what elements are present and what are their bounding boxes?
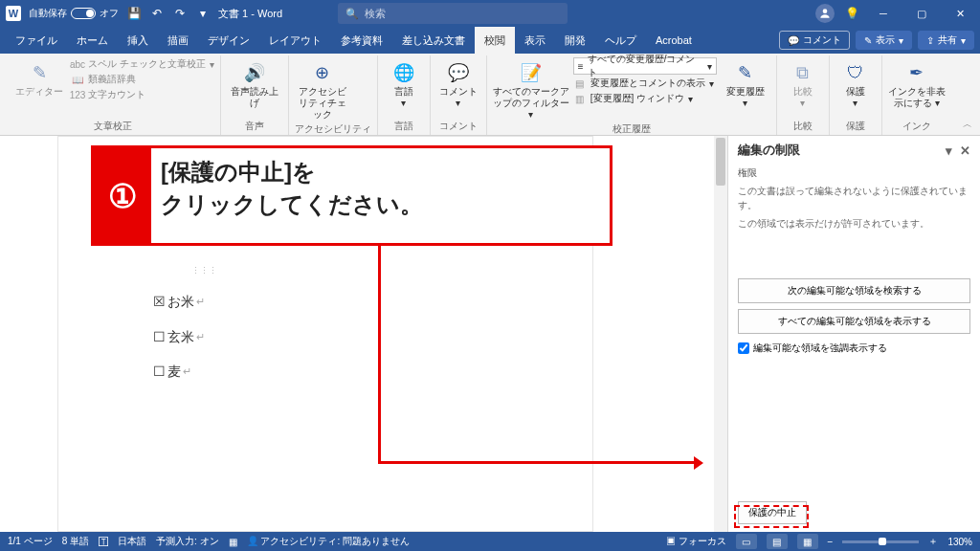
count-icon: 123 <box>71 88 84 101</box>
show-changes-button[interactable]: ▤変更履歴とコメントの表示▾ <box>573 77 717 90</box>
share-pill[interactable]: ⇪共有▾ <box>918 31 974 50</box>
web-layout-icon[interactable]: ▦ <box>797 534 818 549</box>
search-box[interactable]: 🔍 検索 <box>338 3 568 24</box>
tab-design[interactable]: デザイン <box>198 27 259 54</box>
highlight-label: 編集可能な領域を強調表示する <box>753 342 887 355</box>
zoom-level[interactable]: 130% <box>947 537 972 547</box>
annotation-text: [保護の中止]を クリックしてください。 <box>151 148 610 243</box>
focus-label: フォーカス <box>679 536 726 546</box>
read-aloud-button[interactable]: 🔊 音声読み上げ <box>227 57 282 109</box>
annotation-arrow-icon <box>694 456 703 470</box>
tab-view[interactable]: 表示 <box>515 27 555 54</box>
pane-options-icon[interactable]: ▾ <box>946 143 952 158</box>
comment-bubble-icon: 💬 <box>447 61 470 84</box>
ime-indicator[interactable]: 予測入力: オン <box>156 535 219 548</box>
zoom-in-button[interactable]: ＋ <box>928 535 938 548</box>
text-icon[interactable]: 🅃 <box>99 537 108 547</box>
accessibility-label: アクセシビリティチェック <box>295 86 350 121</box>
thesaurus-button[interactable]: 📖類義語辞典 <box>71 73 214 86</box>
print-layout-icon[interactable]: ▤ <box>767 534 788 549</box>
show-all-regions-button[interactable]: すべての編集可能な領域を表示する <box>738 309 970 334</box>
editor-label: エディター <box>15 86 63 98</box>
coming-soon-icon[interactable]: 💡 <box>844 6 859 21</box>
annotation-callout: ① [保護の中止]を クリックしてください。 <box>91 145 612 246</box>
autosave-toggle[interactable]: 自動保存 オフ <box>29 7 119 20</box>
group-tracking: 📝 すべてのマークアップのフィルター ▾ ≡すべての変更履歴/コメント▾ ▤変更… <box>487 55 777 135</box>
language-button[interactable]: 🌐 言語▾ <box>384 57 424 109</box>
chevron-down-icon: ▾ <box>709 78 714 89</box>
annotation-line2: クリックしてください。 <box>161 191 423 217</box>
macro-icon[interactable]: ▦ <box>229 537 237 547</box>
undo-icon[interactable]: ↶ <box>149 6 165 21</box>
wordcount-button[interactable]: 123文字カウント <box>71 88 214 101</box>
chevron-down-icon: ▾ <box>743 98 747 108</box>
hide-ink-button[interactable]: ✒ インクを非表示にする ▾ <box>888 57 946 109</box>
tab-layout[interactable]: レイアウト <box>259 27 331 54</box>
zoom-out-button[interactable]: − <box>828 537 834 547</box>
tab-mailings[interactable]: 差し込み文書 <box>392 27 475 54</box>
tab-references[interactable]: 参考資料 <box>331 27 392 54</box>
scroll-thumb[interactable] <box>716 138 725 186</box>
accessibility-check-button[interactable]: ⊕ アクセシビリティチェック <box>295 57 350 121</box>
vertical-scrollbar[interactable] <box>714 136 727 532</box>
comment-icon: 💬 <box>788 35 799 46</box>
tab-acrobat[interactable]: Acrobat <box>646 27 702 54</box>
focus-mode[interactable]: ▣ フォーカス <box>666 535 726 548</box>
group-proofing-label: 文章校正 <box>11 118 214 133</box>
markup-combo[interactable]: ≡すべての変更履歴/コメント▾ <box>573 57 717 75</box>
pane-icon: ▥ <box>573 92 587 105</box>
markup-icon: 📝 <box>520 61 543 84</box>
close-button[interactable]: ✕ <box>946 0 974 27</box>
accessibility-icon: ⊕ <box>311 61 334 84</box>
share-icon: ⇪ <box>926 35 934 46</box>
stop-protection-button[interactable]: 保護の中止 <box>738 501 807 524</box>
tab-insert[interactable]: 挿入 <box>118 27 158 54</box>
find-next-region-button[interactable]: 次の編集可能な領域を検索する <box>738 278 970 303</box>
tab-draw[interactable]: 描画 <box>158 27 198 54</box>
tab-file[interactable]: ファイル <box>6 27 67 54</box>
checkbox-input[interactable] <box>738 342 749 354</box>
display-pill[interactable]: ✎表示▾ <box>856 31 912 50</box>
pane-close-icon[interactable]: ✕ <box>960 143 970 158</box>
collapse-ribbon-icon[interactable]: ︿ <box>963 118 972 131</box>
group-proofing: ✎ エディター abcスペル チェックと文章校正▾ 📖類義語辞典 123文字カウ… <box>6 55 221 135</box>
list-text: お米 <box>167 284 194 319</box>
user-avatar[interactable] <box>815 4 835 23</box>
chevron-down-icon: ▾ <box>707 61 712 72</box>
compare-button[interactable]: ⧉ 比較▾ <box>783 57 823 109</box>
markup-filter-button[interactable]: 📝 すべてのマークアップのフィルター ▾ <box>493 57 569 121</box>
redo-icon[interactable]: ↷ <box>172 6 188 21</box>
group-compare-label: 比較 <box>783 118 823 133</box>
save-icon[interactable]: 💾 <box>126 6 142 21</box>
tracking-pane-button[interactable]: ▥[変更履歴] ウィンドウ▾ <box>573 92 717 105</box>
autosave-state: オフ <box>100 7 119 20</box>
tab-review[interactable]: 校閲 <box>475 27 515 54</box>
spell-icon: abc <box>71 57 84 71</box>
focus-icon: ▣ <box>666 536 676 546</box>
word-count[interactable]: 8 単語 <box>62 535 89 548</box>
tab-developer[interactable]: 開発 <box>555 27 595 54</box>
pane-subhead: 権限 <box>738 166 970 180</box>
group-comments-label: コメント <box>436 118 480 133</box>
comment-pill[interactable]: 💬コメント <box>779 31 850 50</box>
page-indicator[interactable]: 1/1 ページ <box>8 535 53 548</box>
tab-help[interactable]: ヘルプ <box>595 27 646 54</box>
protect-button[interactable]: 🛡 保護▾ <box>835 57 876 109</box>
comment-button[interactable]: 💬 コメント▾ <box>436 57 480 109</box>
chevron-down-icon: ▾ <box>456 98 460 108</box>
highlight-regions-checkbox[interactable]: 編集可能な領域を強調表示する <box>738 342 970 355</box>
tab-home[interactable]: ホーム <box>67 27 118 54</box>
minimize-button[interactable]: ─ <box>869 0 898 27</box>
spell-label: スペル チェックと文章校正 <box>88 57 206 71</box>
display-pill-label: 表示 <box>876 33 895 47</box>
spellcheck-button[interactable]: abcスペル チェックと文章校正▾ <box>71 57 214 71</box>
accessibility-status[interactable]: 👤 アクセシビリティ: 問題ありません <box>247 535 410 548</box>
read-mode-icon[interactable]: ▭ <box>736 534 757 549</box>
track-changes-button[interactable]: ✎ 変更履歴▾ <box>721 57 770 109</box>
maximize-button[interactable]: ▢ <box>907 0 936 27</box>
editor-button[interactable]: ✎ エディター <box>11 57 67 98</box>
language-indicator[interactable]: 日本語 <box>118 535 146 548</box>
qat-dropdown-icon[interactable]: ▾ <box>195 6 211 21</box>
zoom-slider[interactable] <box>842 540 919 543</box>
word-logo: W <box>6 6 21 21</box>
